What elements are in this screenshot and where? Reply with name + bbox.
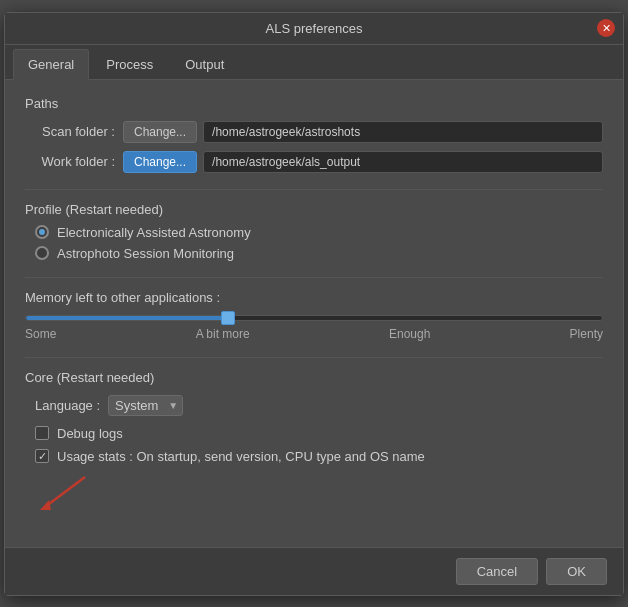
svg-line-0: [45, 477, 85, 507]
radio-eaa-label: Electronically Assisted Astronomy: [57, 225, 251, 240]
slider-label-enough: Enough: [389, 327, 430, 341]
slider-label-some: Some: [25, 327, 56, 341]
radio-asm-row[interactable]: Astrophoto Session Monitoring: [35, 246, 603, 261]
dialog-title: ALS preferences: [266, 21, 363, 36]
memory-section: Memory left to other applications : Some…: [25, 290, 603, 341]
language-select[interactable]: System English French German: [108, 395, 183, 416]
scan-folder-path: /home/astrogeek/astroshots: [203, 121, 603, 143]
radio-eaa[interactable]: [35, 225, 49, 239]
work-folder-label: Work folder :: [25, 154, 115, 169]
core-section: Core (Restart needed) Language : System …: [25, 370, 603, 515]
core-label: Core (Restart needed): [25, 370, 603, 385]
scan-folder-label: Scan folder :: [25, 124, 115, 139]
memory-slider-labels: Some A bit more Enough Plenty: [25, 327, 603, 341]
debug-logs-checkbox[interactable]: [35, 426, 49, 440]
work-folder-row: Work folder : Change... /home/astrogeek/…: [25, 151, 603, 173]
usage-stats-checkbox[interactable]: [35, 449, 49, 463]
preferences-dialog: ALS preferences ✕ General Process Output…: [4, 12, 624, 596]
scan-folder-row: Scan folder : Change... /home/astrogeek/…: [25, 121, 603, 143]
tab-output[interactable]: Output: [170, 49, 239, 79]
radio-eaa-row[interactable]: Electronically Assisted Astronomy: [35, 225, 603, 240]
close-button[interactable]: ✕: [597, 19, 615, 37]
memory-label: Memory left to other applications :: [25, 290, 603, 305]
debug-logs-label: Debug logs: [57, 426, 123, 441]
memory-slider-thumb[interactable]: [221, 311, 235, 325]
paths-label: Paths: [25, 96, 603, 111]
ok-button[interactable]: OK: [546, 558, 607, 585]
debug-logs-row[interactable]: Debug logs: [35, 426, 603, 441]
paths-section: Paths Scan folder : Change... /home/astr…: [25, 96, 603, 173]
language-select-wrapper: System English French German ▼: [108, 395, 183, 416]
divider-1: [25, 189, 603, 190]
tab-process[interactable]: Process: [91, 49, 168, 79]
bottom-bar: Cancel OK: [5, 547, 623, 595]
radio-asm[interactable]: [35, 246, 49, 260]
work-folder-path: /home/astrogeek/als_output: [203, 151, 603, 173]
language-label: Language :: [35, 398, 100, 413]
arrow-indicator: [35, 472, 603, 515]
memory-slider-container: [25, 315, 603, 321]
radio-asm-label: Astrophoto Session Monitoring: [57, 246, 234, 261]
tab-bar: General Process Output: [5, 45, 623, 80]
divider-3: [25, 357, 603, 358]
divider-2: [25, 277, 603, 278]
memory-slider-track: [25, 315, 603, 321]
cancel-button[interactable]: Cancel: [456, 558, 538, 585]
work-folder-change-button[interactable]: Change...: [123, 151, 197, 173]
slider-label-plenty: Plenty: [570, 327, 603, 341]
scan-folder-change-button[interactable]: Change...: [123, 121, 197, 143]
title-bar: ALS preferences ✕: [5, 13, 623, 45]
tab-content: Paths Scan folder : Change... /home/astr…: [5, 80, 623, 547]
svg-marker-1: [40, 500, 51, 510]
profile-label: Profile (Restart needed): [25, 202, 603, 217]
arrow-icon: [35, 472, 95, 512]
tab-general[interactable]: General: [13, 49, 89, 80]
profile-section: Profile (Restart needed) Electronically …: [25, 202, 603, 261]
slider-label-abitmore: A bit more: [196, 327, 250, 341]
usage-stats-row[interactable]: Usage stats : On startup, send version, …: [35, 449, 603, 464]
language-row: Language : System English French German …: [35, 395, 603, 416]
memory-slider-fill: [26, 316, 228, 320]
usage-stats-label: Usage stats : On startup, send version, …: [57, 449, 425, 464]
